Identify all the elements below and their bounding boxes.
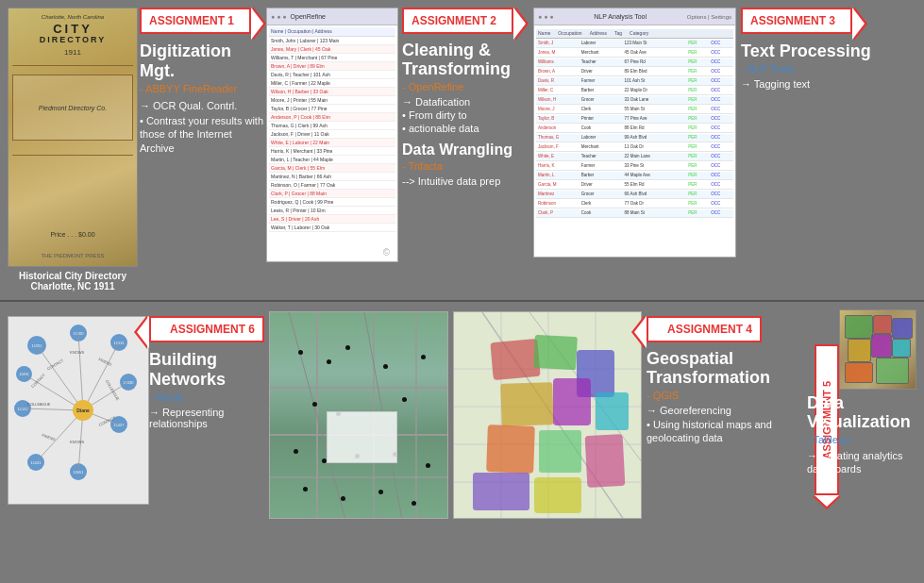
assignment3-tool: - NLP Tools — [741, 63, 916, 75]
assignment4-map — [453, 311, 642, 519]
assignment3-badge: ASSIGNMENT 3 — [741, 8, 852, 34]
assignment5-title: Data Visualization — [807, 394, 916, 432]
assignment4-block: ASSIGNMENT 4 Geospatial Transformation -… — [647, 316, 802, 444]
assignment1-badge-wrap: ASSIGNMENT 1 — [140, 8, 267, 34]
section-divider — [0, 300, 924, 302]
assignment6-block: ASSIGNMENT 6 Building Networks - Neo4j →… — [149, 316, 277, 429]
assignment6-title: Building Networks — [149, 350, 277, 390]
assignment1-caption: Historical City Directory Charlotte, NC … — [8, 271, 138, 292]
assignment3-image: ● ● ● NLP Analysis Tool Options | Settin… — [533, 8, 736, 258]
assignment5-block: Data Visualization - Tableau → Creating … — [807, 394, 916, 475]
assignment6-image: Diane 11001 11100 11615 11030 11027 1095… — [8, 316, 149, 505]
assignment6-badge: ASSIGNMENT 6 — [149, 316, 264, 342]
svg-line-1 — [78, 333, 83, 410]
assignment4-tool: - QGIS — [647, 390, 802, 401]
assignment1-bullet1: → OCR Qual. Contrl. — [140, 100, 267, 111]
svg-line-2 — [83, 342, 119, 410]
assignment2-badge: ASSIGNMENT 2 — [402, 8, 513, 34]
assignment4-title: Geospatial Transformation — [647, 350, 802, 388]
assignment1-bullet2: • Contrast your results with those of th… — [140, 114, 267, 155]
assignment1-tool: - ABBYY FineReader — [140, 83, 267, 94]
assignment1-badge: ASSIGNMENT 1 — [140, 8, 251, 34]
assignment6-map — [269, 311, 448, 519]
assignment2-image: ● ● ● OpenRefine Name | Occupation | Add… — [266, 8, 398, 262]
assignment5-tool: - Tableau — [807, 434, 916, 445]
assignment3-block: ASSIGNMENT 3 Text Processing - NLP Tools… — [741, 8, 916, 90]
assignment1-image: Charlotte, North Carolina CITY DIRECTORY… — [8, 8, 138, 267]
assignment5-image — [839, 309, 916, 390]
assignment1-block: ASSIGNMENT 1 Digitization Mgt. - ABBYY F… — [140, 8, 267, 155]
assignment6-tool: - Neo4j — [149, 391, 277, 403]
assignment4-badge: ASSIGNMENT 4 — [647, 316, 762, 342]
assignment1-title: Digitization Mgt. — [140, 42, 267, 81]
assignment3-title: Text Processing — [741, 42, 916, 61]
